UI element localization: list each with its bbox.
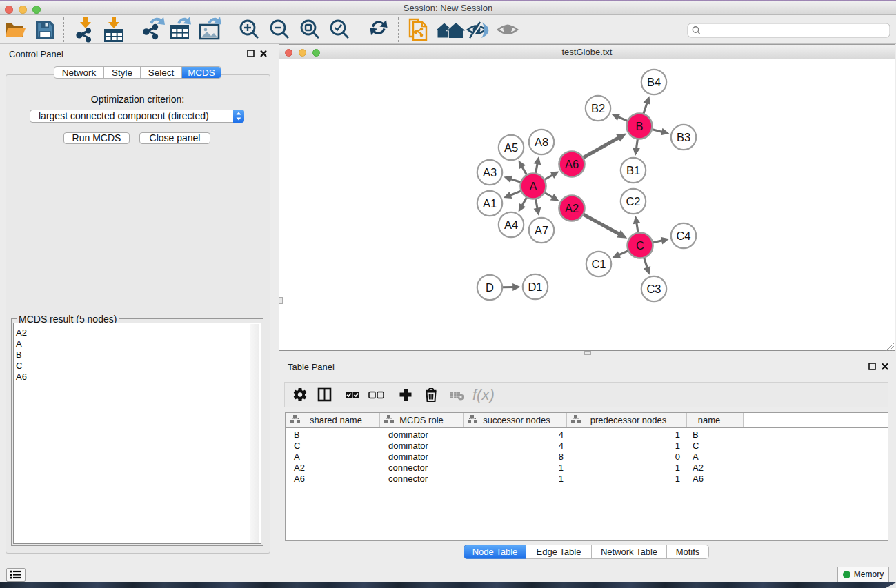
svg-text:A1: A1: [483, 197, 497, 210]
svg-text:D1: D1: [528, 281, 542, 293]
svg-text:name: name: [698, 415, 721, 425]
svg-text:B2: B2: [591, 102, 605, 114]
svg-text:1: 1: [675, 474, 680, 484]
svg-text:A: A: [529, 180, 537, 192]
svg-text:C: C: [294, 440, 300, 451]
svg-text:C: C: [693, 440, 699, 451]
svg-text:4: 4: [559, 440, 564, 451]
svg-text:B4: B4: [647, 76, 661, 88]
svg-text:4: 4: [559, 429, 564, 440]
svg-text:shared name: shared name: [310, 415, 362, 425]
svg-text:C4: C4: [676, 230, 690, 242]
svg-text:MCDS role: MCDS role: [399, 415, 444, 425]
svg-text:f(x): f(x): [472, 386, 495, 403]
svg-text:A2: A2: [565, 202, 579, 214]
svg-text:1: 1: [559, 474, 564, 484]
svg-text:C1: C1: [591, 258, 606, 270]
svg-text:C: C: [636, 239, 644, 252]
svg-text:dominator: dominator: [388, 452, 428, 462]
svg-text:A: A: [693, 452, 699, 462]
svg-text:connector: connector: [388, 474, 428, 484]
svg-text:dominator: dominator: [388, 440, 428, 451]
svg-text:B: B: [294, 429, 300, 440]
svg-text:A6: A6: [693, 474, 704, 484]
svg-text:C2: C2: [626, 195, 640, 207]
svg-text:C3: C3: [646, 283, 661, 295]
svg-text:8: 8: [559, 452, 564, 462]
svg-text:A6: A6: [565, 158, 579, 170]
svg-text:B: B: [635, 120, 643, 132]
svg-text:A4: A4: [504, 219, 518, 231]
svg-text:A2: A2: [294, 463, 305, 473]
svg-text:1: 1: [675, 429, 680, 440]
svg-text:connector: connector: [388, 463, 428, 473]
svg-text:1: 1: [675, 463, 680, 473]
svg-text:A7: A7: [535, 224, 548, 236]
svg-text:A3: A3: [483, 166, 497, 179]
svg-text:1: 1: [675, 440, 680, 451]
svg-text:successor nodes: successor nodes: [483, 415, 550, 425]
svg-text:D: D: [486, 281, 494, 294]
svg-text:A6: A6: [294, 474, 305, 484]
svg-text:dominator: dominator: [388, 429, 428, 440]
svg-text:A: A: [294, 452, 300, 462]
svg-text:A8: A8: [535, 136, 548, 148]
svg-text:B: B: [693, 429, 699, 440]
svg-text:B1: B1: [626, 164, 640, 176]
svg-text:A2: A2: [693, 463, 704, 473]
svg-text:A5: A5: [504, 141, 518, 154]
svg-text:B3: B3: [677, 131, 690, 143]
svg-text:0: 0: [675, 452, 680, 462]
svg-text:predecessor nodes: predecessor nodes: [590, 415, 667, 425]
svg-text:1: 1: [559, 463, 564, 473]
